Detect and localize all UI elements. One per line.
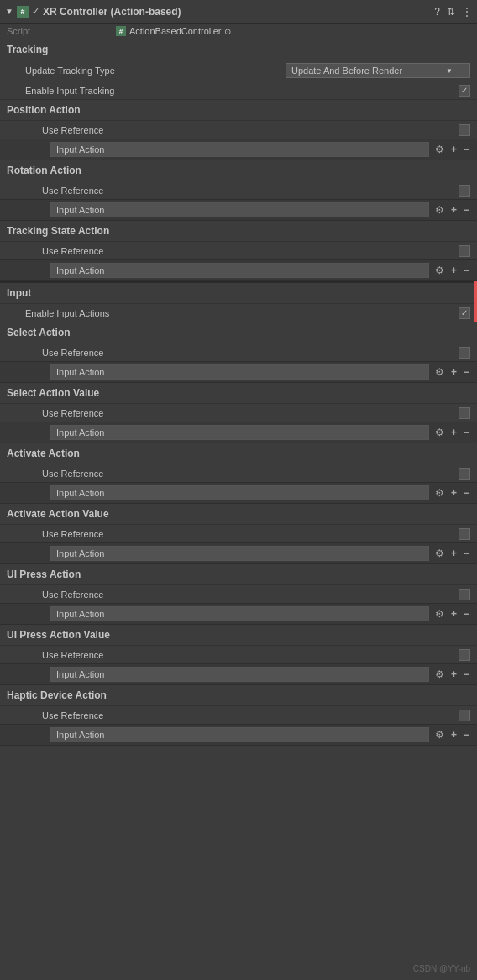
ui_press_action_value-minus-button[interactable] [461, 668, 472, 680]
script-name: ActionBasedController [129, 26, 221, 36]
update-tracking-type-row: Update Tracking Type Update And Before R… [0, 60, 477, 81]
action-section-haptic_device_action: Haptic Device Action Use Reference Input… [0, 685, 477, 746]
activate_action_value-gear-button[interactable] [432, 548, 447, 559]
rotation-use-reference-checkbox[interactable] [459, 185, 470, 197]
tracking-state-input-action-text: Input Action [56, 265, 105, 275]
activate_action-use-reference-checkbox[interactable] [459, 468, 470, 480]
position-input-action-field[interactable]: Input Action [50, 142, 429, 157]
ui_press_action-gear-button[interactable] [432, 608, 447, 620]
enable-input-tracking-label: Enable Input Tracking [25, 86, 459, 96]
ui_press_action-minus-button[interactable] [461, 608, 472, 620]
activate_action-plus-button[interactable] [448, 487, 459, 499]
ui_press_action-input-action-field[interactable]: Input Action [50, 606, 429, 621]
activate_action_value-use-reference-checkbox[interactable] [459, 528, 470, 540]
enable-input-actions-checkbox[interactable] [459, 307, 470, 319]
activate_action_value-use-reference-row: Use Reference [0, 525, 477, 543]
position-use-reference-row: Use Reference [0, 121, 477, 139]
actions-container: Select Action Use Reference Input Action… [0, 322, 477, 746]
select_action-input-action-row: Input Action [0, 362, 477, 383]
select_action_value-minus-button[interactable] [461, 427, 472, 438]
update-tracking-type-label: Update Tracking Type [25, 66, 286, 76]
tracking-state-input-action-field[interactable]: Input Action [50, 263, 429, 278]
activate_action-minus-button[interactable] [461, 487, 472, 499]
select_action-input-action-field[interactable]: Input Action [50, 364, 429, 380]
more-icon[interactable]: ⋮ [462, 6, 472, 18]
action-header-activate_action: Activate Action [0, 443, 477, 464]
ui_press_action-use-reference-label: Use Reference [42, 590, 459, 600]
red-bar [474, 281, 477, 322]
ui_press_action_value-use-reference-row: Use Reference [0, 646, 477, 664]
activate_action-input-action-field[interactable]: Input Action [50, 485, 429, 500]
rotation-action-header: Rotation Action [0, 160, 477, 181]
select_action-use-reference-row: Use Reference [0, 343, 477, 362]
script-row: Script # ActionBasedController ⊙ [0, 24, 477, 39]
rotation-gear-button[interactable] [432, 204, 447, 216]
enable-input-tracking-checkbox[interactable] [459, 85, 470, 97]
collapse-arrow[interactable]: ▼ [5, 7, 13, 16]
action-section-select_action: Select Action Use Reference Input Action [0, 322, 477, 383]
activate_action_value-minus-button[interactable] [461, 548, 472, 559]
rotation-plus-button[interactable] [448, 204, 459, 216]
tracking-state-input-action-row: Input Action [0, 260, 477, 281]
script-link-icon[interactable]: ⊙ [224, 27, 231, 36]
action-section-activate_action: Activate Action Use Reference Input Acti… [0, 443, 477, 504]
position-action-header: Position Action [0, 100, 477, 121]
input-section-header: Input [0, 281, 477, 304]
tracking-state-gear-button[interactable] [432, 265, 447, 276]
haptic_device_action-use-reference-checkbox[interactable] [459, 710, 470, 721]
ui_press_action-use-reference-checkbox[interactable] [459, 589, 470, 600]
position-plus-button[interactable] [448, 144, 459, 155]
rotation-input-action-field[interactable]: Input Action [50, 202, 429, 217]
tracking-state-use-reference-checkbox[interactable] [459, 245, 470, 257]
position-minus-button[interactable] [461, 144, 472, 155]
settings-icon[interactable]: ⇅ [447, 6, 455, 18]
enable-input-actions-row: Enable Input Actions [0, 304, 477, 322]
tracking-state-plus-button[interactable] [448, 265, 459, 276]
select_action_value-gear-button[interactable] [432, 427, 447, 438]
activate_action_value-plus-button[interactable] [448, 548, 459, 559]
update-tracking-type-dropdown[interactable]: Update And Before Render ▼ [286, 63, 470, 78]
select_action-plus-button[interactable] [448, 366, 459, 378]
select_action-use-reference-label: Use Reference [42, 348, 459, 358]
haptic_device_action-gear-button[interactable] [432, 729, 447, 741]
ui_press_action-input-action-buttons [432, 608, 472, 620]
ui_press_action_value-gear-button[interactable] [432, 668, 447, 680]
tracking-state-minus-button[interactable] [461, 265, 472, 276]
ui_press_action_value-plus-button[interactable] [448, 668, 459, 680]
ui_press_action_value-use-reference-checkbox[interactable] [459, 649, 470, 661]
rotation-input-action-row: Input Action [0, 200, 477, 221]
activate_action_value-input-action-buttons [432, 548, 472, 559]
action-section-activate_action_value: Activate Action Value Use Reference Inpu… [0, 504, 477, 564]
position-gear-button[interactable] [432, 144, 447, 155]
ui_press_action-use-reference-row: Use Reference [0, 585, 477, 604]
select_action_value-use-reference-checkbox[interactable] [459, 407, 470, 419]
select_action_value-input-action-field[interactable]: Input Action [50, 425, 429, 440]
haptic_device_action-plus-button[interactable] [448, 729, 459, 741]
component-header: ▼ # ✓ XR Controller (Action-based) ? ⇅ ⋮ [0, 0, 477, 24]
select_action-minus-button[interactable] [461, 366, 472, 378]
help-icon[interactable]: ? [434, 6, 440, 18]
rotation-minus-button[interactable] [461, 204, 472, 216]
haptic_device_action-input-action-field[interactable]: Input Action [50, 727, 429, 742]
activate_action_value-input-action-field[interactable]: Input Action [50, 546, 429, 561]
activate_action-use-reference-row: Use Reference [0, 464, 477, 483]
position-use-reference-checkbox[interactable] [459, 124, 470, 136]
activate_action-gear-button[interactable] [432, 487, 447, 499]
enabled-checkbox[interactable]: ✓ [32, 6, 39, 17]
ui_press_action_value-input-action-field[interactable]: Input Action [50, 667, 429, 682]
select_action-use-reference-checkbox[interactable] [459, 347, 470, 359]
ui_press_action-plus-button[interactable] [448, 608, 459, 620]
select_action-input-action-buttons [432, 366, 472, 378]
select_action_value-use-reference-label: Use Reference [42, 408, 459, 418]
enable-input-tracking-row: Enable Input Tracking [0, 81, 477, 100]
haptic_device_action-use-reference-row: Use Reference [0, 706, 477, 725]
ui_press_action_value-use-reference-label: Use Reference [42, 650, 459, 660]
tracking-state-use-reference-label: Use Reference [42, 246, 459, 256]
script-value: # ActionBasedController ⊙ [116, 26, 231, 36]
select_action_value-plus-button[interactable] [448, 427, 459, 438]
rotation-input-action-text: Input Action [56, 205, 105, 215]
activate_action-use-reference-label: Use Reference [42, 469, 459, 479]
select_action-gear-button[interactable] [432, 366, 447, 378]
select_action-input-action-text: Input Action [56, 367, 105, 377]
haptic_device_action-minus-button[interactable] [461, 729, 472, 741]
